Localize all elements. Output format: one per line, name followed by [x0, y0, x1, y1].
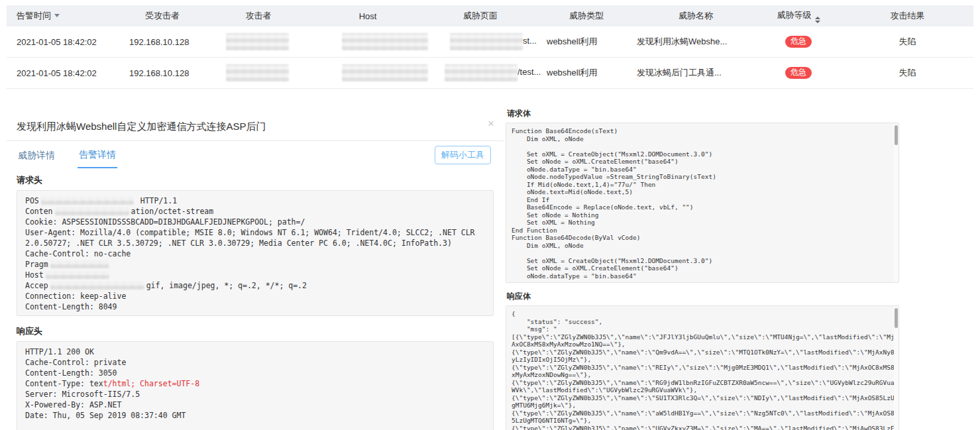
tab-bar: 威胁详情 告警详情 解码小工具 — [7, 141, 504, 169]
attack-result: 失陷 — [842, 58, 973, 89]
alert-table: 告警时间 受攻击者 攻击者 Host 威胁页面 威胁类型 威胁名称 威胁等级 攻… — [7, 5, 973, 89]
redacted-block — [55, 207, 129, 215]
redacted-block — [450, 33, 523, 50]
table-row[interactable]: 2021-01-05 18:42:02 192.168.10.128 st...… — [7, 27, 973, 58]
table-header-row: 告警时间 受攻击者 攻击者 Host 威胁页面 威胁类型 威胁名称 威胁等级 攻… — [7, 5, 973, 27]
col-header-threat-page: 威胁页面 — [424, 5, 537, 27]
response-headers-label: 响应头 — [17, 325, 494, 337]
request-body-label: 请求体 — [507, 108, 899, 119]
threat-name: 发现冰蝎后门工具通... — [636, 58, 755, 89]
panel-header: 发现利用冰蝎Webshell自定义加密通信方式连接ASP后门 × — [7, 113, 504, 141]
page-title: 发现利用冰蝎Webshell自定义加密通信方式连接ASP后门 — [17, 121, 266, 132]
severity-badge: 危急 — [785, 67, 812, 79]
redacted-block — [46, 271, 109, 279]
threat-level: 危急 — [755, 27, 842, 58]
alert-detail-panel: 发现利用冰蝎Webshell自定义加密通信方式连接ASP后门 × 威胁详情 告警… — [7, 113, 504, 430]
redacted-block — [50, 260, 109, 268]
close-icon[interactable]: × — [488, 118, 494, 129]
scrollbar-track — [894, 124, 898, 282]
request-body-box: Function Base64Encode(sText) Dim oXML, o… — [506, 123, 899, 283]
host-redacted — [311, 27, 424, 58]
attacker-redacted — [205, 58, 311, 89]
redacted-block — [226, 33, 289, 50]
redacted-block — [342, 64, 428, 81]
scrollbar-thumb[interactable] — [895, 308, 898, 328]
response-headers-box: HTTP/1.1 200 OKCache-Control: privateCon… — [17, 341, 494, 430]
threat-page: /test... — [424, 58, 537, 89]
table-row[interactable]: 2021-01-05 18:42:02 192.168.10.128 /test… — [7, 58, 973, 89]
threat-type: webshell利用 — [537, 58, 636, 89]
redacted-block — [226, 64, 289, 81]
request-headers-box: POS HTTP/1.1Contenation/octet-streamCook… — [17, 190, 494, 316]
col-header-threat-level[interactable]: 威胁等级 — [755, 5, 842, 27]
victim-ip: 192.168.10.128 — [119, 27, 205, 58]
threat-type: webshell利用 — [537, 27, 636, 58]
tab-alert-detail[interactable]: 告警详情 — [78, 142, 117, 168]
threat-page: st... — [424, 27, 537, 58]
decode-tool-button[interactable]: 解码小工具 — [435, 146, 491, 164]
col-header-victim: 受攻击者 — [119, 5, 205, 27]
col-header-attack-result: 攻击结果 — [842, 5, 973, 27]
redacted-block — [41, 197, 134, 205]
col-header-host: Host — [311, 5, 424, 27]
severity-badge: 危急 — [785, 36, 812, 48]
threat-level: 危急 — [755, 58, 842, 89]
host-redacted — [311, 58, 424, 89]
col-header-alert-time[interactable]: 告警时间 — [7, 5, 119, 27]
scrollbar-thumb[interactable] — [895, 125, 898, 145]
response-body-label: 响应体 — [507, 291, 899, 302]
http-body-column: 请求体 Function Base64Encode(sText) Dim oXM… — [506, 108, 899, 430]
tab-threat-detail[interactable]: 威胁详情 — [17, 142, 56, 168]
request-headers-label: 请求头 — [17, 174, 494, 186]
alert-time: 2021-01-05 18:42:02 — [7, 58, 119, 89]
threat-name: 发现利用冰蝎Webshe... — [636, 27, 755, 58]
attacker-redacted — [205, 27, 311, 58]
response-body-box: { "status": "success", "msg": " [{\"type… — [506, 305, 899, 430]
attack-result: 失陷 — [842, 27, 973, 58]
redacted-block — [50, 282, 144, 290]
alert-time: 2021-01-05 18:42:02 — [7, 27, 119, 58]
sort-desc-icon[interactable] — [54, 14, 60, 17]
victim-ip: 192.168.10.128 — [119, 58, 205, 89]
col-header-attacker: 攻击者 — [205, 5, 311, 27]
col-header-threat-name: 威胁名称 — [636, 5, 755, 27]
sort-icon[interactable] — [815, 17, 820, 23]
col-header-threat-type: 威胁类型 — [537, 5, 636, 27]
redacted-block — [445, 64, 517, 81]
redacted-block — [342, 33, 428, 50]
